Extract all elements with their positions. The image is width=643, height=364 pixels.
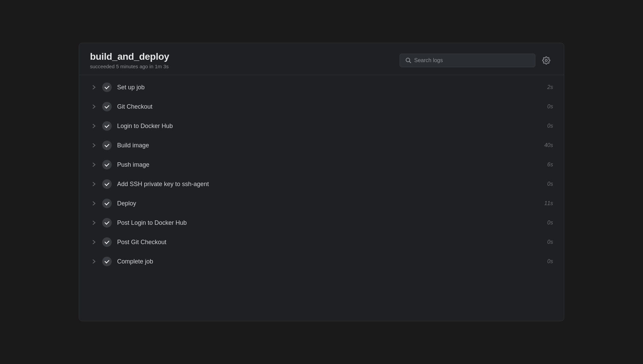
chevron-expand-button[interactable] (90, 238, 98, 246)
step-duration: 2s (536, 84, 553, 90)
step-name: Deploy (117, 200, 536, 207)
step-name: Login to Docker Hub (117, 123, 536, 130)
chevron-expand-button[interactable] (90, 141, 98, 149)
step-duration: 40s (536, 142, 553, 148)
chevron-right-icon (92, 162, 96, 167)
step-duration: 0s (536, 123, 553, 129)
step-row[interactable]: Add SSH private key to ssh-agent 0s (79, 175, 564, 194)
step-name: Build image (117, 142, 536, 149)
step-name: Git Checkout (117, 103, 536, 110)
header-right (400, 54, 553, 67)
chevron-expand-button[interactable] (90, 122, 98, 130)
steps-list: Set up job 2s Git Checkout 0s Login to D… (79, 75, 564, 274)
status-success-icon (102, 237, 112, 247)
main-window: build_and_deploy succeeded 5 minutes ago… (79, 43, 564, 321)
step-duration: 0s (536, 181, 553, 187)
status-success-icon (102, 199, 112, 208)
chevron-expand-button[interactable] (90, 103, 98, 111)
chevron-right-icon (92, 104, 96, 109)
header: build_and_deploy succeeded 5 minutes ago… (79, 43, 564, 75)
chevron-right-icon (92, 220, 96, 225)
settings-button[interactable] (539, 54, 553, 67)
search-box[interactable] (400, 54, 535, 67)
chevron-expand-button[interactable] (90, 161, 98, 169)
status-success-icon (102, 102, 112, 111)
step-row[interactable]: Push image 6s (79, 155, 564, 175)
step-duration: 11s (536, 200, 553, 206)
svg-line-1 (409, 61, 411, 63)
step-name: Complete job (117, 258, 536, 265)
step-name: Push image (117, 161, 536, 168)
step-row[interactable]: Deploy 11s (79, 194, 564, 213)
step-duration: 0s (536, 104, 553, 110)
job-subtitle: succeeded 5 minutes ago in 1m 3s (90, 63, 169, 69)
search-icon (405, 57, 411, 63)
step-duration: 0s (536, 258, 553, 265)
status-success-icon (102, 160, 112, 169)
header-left: build_and_deploy succeeded 5 minutes ago… (90, 51, 169, 69)
status-success-icon (102, 218, 112, 228)
status-success-icon (102, 257, 112, 266)
step-duration: 0s (536, 239, 553, 245)
chevron-right-icon (92, 182, 96, 186)
status-success-icon (102, 141, 112, 150)
chevron-right-icon (92, 201, 96, 206)
chevron-right-icon (92, 124, 96, 128)
chevron-expand-button[interactable] (90, 219, 98, 227)
step-name: Add SSH private key to ssh-agent (117, 181, 536, 188)
step-row[interactable]: Set up job 2s (79, 78, 564, 97)
job-title: build_and_deploy (90, 51, 169, 62)
chevron-right-icon (92, 259, 96, 264)
chevron-expand-button[interactable] (90, 180, 98, 188)
chevron-expand-button[interactable] (90, 199, 98, 207)
search-input[interactable] (414, 57, 530, 63)
status-success-icon (102, 179, 112, 189)
chevron-expand-button[interactable] (90, 257, 98, 266)
status-success-icon (102, 83, 112, 92)
status-success-icon (102, 121, 112, 131)
step-name: Set up job (117, 84, 536, 91)
step-row[interactable]: Git Checkout 0s (79, 97, 564, 116)
step-row[interactable]: Login to Docker Hub 0s (79, 116, 564, 136)
step-name: Post Login to Docker Hub (117, 219, 536, 226)
chevron-right-icon (92, 85, 96, 90)
step-duration: 6s (536, 162, 553, 168)
chevron-expand-button[interactable] (90, 83, 98, 91)
step-name: Post Git Checkout (117, 239, 536, 246)
step-row[interactable]: Complete job 0s (79, 252, 564, 271)
chevron-right-icon (92, 240, 96, 244)
step-duration: 0s (536, 220, 553, 226)
chevron-right-icon (92, 143, 96, 148)
step-row[interactable]: Post Git Checkout 0s (79, 233, 564, 252)
gear-icon (542, 56, 550, 65)
step-row[interactable]: Post Login to Docker Hub 0s (79, 213, 564, 233)
step-row[interactable]: Build image 40s (79, 136, 564, 155)
